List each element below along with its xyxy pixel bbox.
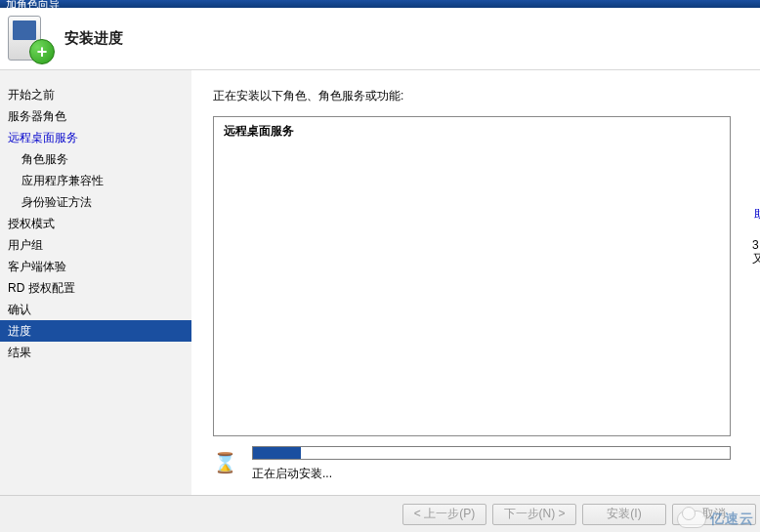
prev-button[interactable]: < 上一步(P): [402, 504, 486, 525]
sidebar-item-1[interactable]: 服务器角色: [0, 105, 191, 127]
sidebar-item-2[interactable]: 远程桌面服务: [0, 127, 191, 148]
progress-area: 正在启动安装...: [213, 446, 731, 482]
installing-label: 正在安装以下角色、角色服务或功能:: [213, 88, 731, 104]
sidebar-item-11[interactable]: 进度: [0, 320, 191, 342]
window-title: 加角色向导: [6, 0, 60, 8]
install-button[interactable]: 安装(I): [582, 504, 666, 525]
sidebar-item-5[interactable]: 身份验证方法: [0, 191, 191, 213]
main-panel: 正在安装以下角色、角色服务或功能: 远程桌面服务 正在启动安装...: [191, 70, 760, 495]
sidebar-item-6[interactable]: 授权模式: [0, 213, 191, 234]
window-titlebar: 加角色向导: [0, 0, 760, 8]
sidebar-item-9[interactable]: RD 授权配置: [0, 277, 191, 299]
page-title: 安装进度: [64, 29, 123, 48]
sidebar-item-7[interactable]: 用户组: [0, 234, 191, 256]
sidebar-item-4[interactable]: 应用程序兼容性: [0, 170, 191, 191]
progress-fill: [253, 447, 301, 459]
wizard-header: + 安装进度: [0, 8, 760, 70]
truncated-edge-text: 3又: [752, 238, 760, 266]
role-list-box: 远程桌面服务: [213, 116, 731, 436]
sidebar-item-10[interactable]: 确认: [0, 299, 191, 320]
plus-badge-icon: +: [29, 39, 55, 64]
sidebar-item-3[interactable]: 角色服务: [0, 148, 191, 170]
sidebar-item-8[interactable]: 客户端体验: [0, 256, 191, 277]
truncated-edge-link: 助: [754, 207, 760, 221]
sidebar-item-12[interactable]: 结果: [0, 342, 191, 363]
next-button[interactable]: 下一步(N) >: [492, 504, 576, 525]
wizard-footer: < 上一步(P) 下一步(N) > 安装(I) 取消 亿速云: [0, 495, 760, 532]
add-role-server-icon: +: [6, 16, 51, 62]
hourglass-icon: [213, 453, 236, 476]
sidebar: 开始之前服务器角色远程桌面服务角色服务应用程序兼容性身份验证方法授权模式用户组客…: [0, 70, 191, 495]
sidebar-item-0[interactable]: 开始之前: [0, 84, 191, 105]
progress-bar: [252, 446, 731, 460]
cancel-button[interactable]: 取消: [672, 504, 756, 525]
role-title: 远程桌面服务: [214, 117, 730, 145]
wizard-body: 开始之前服务器角色远程桌面服务角色服务应用程序兼容性身份验证方法授权模式用户组客…: [0, 70, 760, 495]
progress-status-text: 正在启动安装...: [252, 466, 731, 482]
